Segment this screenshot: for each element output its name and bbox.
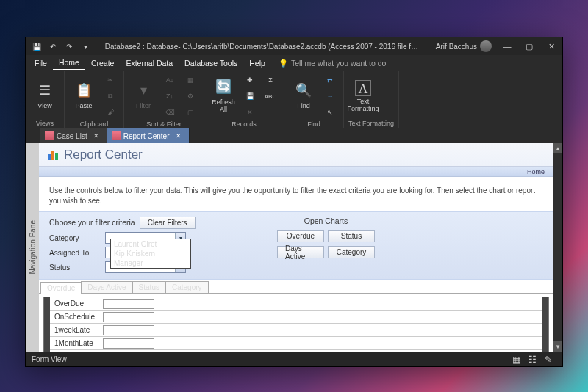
- paste-button[interactable]: 📋 Paste: [69, 76, 98, 117]
- chart-logo-icon: [48, 150, 58, 160]
- grid-scrollbar[interactable]: [542, 297, 548, 352]
- close-button[interactable]: ✕: [540, 37, 562, 55]
- record-selector[interactable]: [44, 297, 50, 352]
- spelling-button[interactable]: ABC: [262, 89, 279, 104]
- user-area[interactable]: Arif Bacchus: [431, 40, 496, 52]
- document-tabs: Case List ✕ Report Center ✕: [26, 128, 562, 143]
- menubar: File Home Create External Data Database …: [26, 55, 562, 71]
- sort-desc-button: Z↓: [161, 89, 179, 104]
- undo-icon[interactable]: ↶: [46, 43, 60, 51]
- form-icon: [45, 131, 54, 140]
- dropdown-option[interactable]: Kip Kniskern: [111, 249, 190, 258]
- menu-external-data[interactable]: External Data: [120, 57, 179, 70]
- toggle-icon: ▢: [187, 109, 194, 116]
- chart-category-button[interactable]: Category: [328, 246, 375, 258]
- view-button[interactable]: ☰ View: [30, 76, 60, 117]
- form-icon: [112, 131, 121, 140]
- navigation-pane-collapsed[interactable]: Navigation Pane: [26, 143, 39, 352]
- ribbon: ☰ View Views 📋 Paste ✂ ⧉ 🖌 Clipboard: [26, 71, 562, 128]
- form-view-icon[interactable]: ▦: [508, 355, 524, 365]
- view-mode-label: Form View: [32, 355, 67, 363]
- value-cell[interactable]: [103, 325, 154, 335]
- open-charts-label: Open Charts: [277, 217, 375, 227]
- menu-help[interactable]: Help: [243, 57, 271, 70]
- chart-status-button[interactable]: Status: [328, 230, 375, 242]
- copy-button: ⧉: [101, 89, 119, 104]
- qat-dropdown-icon[interactable]: ▾: [79, 43, 92, 51]
- tell-me-search[interactable]: 💡 Tell me what you want to do: [271, 59, 562, 68]
- scroll-up-icon[interactable]: ▲: [553, 143, 562, 153]
- text-formatting-button[interactable]: A Text Formatting: [348, 76, 378, 117]
- refresh-icon: 🔄: [215, 79, 232, 97]
- replace-icon: ⇄: [327, 76, 333, 84]
- brush-icon: 🖌: [107, 109, 114, 116]
- content-area: Navigation Pane Report Center Home Use t…: [26, 143, 562, 352]
- table-row: 1MonthLate: [50, 337, 542, 350]
- ribbon-group-records: 🔄 Refresh All ✚ 💾 ✕ Σ ABC ⋯ Records: [204, 71, 284, 128]
- tab-label: Report Center: [123, 132, 170, 140]
- value-cell[interactable]: [103, 299, 154, 309]
- goto-icon: →: [327, 92, 334, 100]
- selection-icon: ▦: [187, 76, 194, 84]
- close-icon[interactable]: ✕: [93, 132, 99, 139]
- report-tab-category[interactable]: Category: [165, 281, 209, 293]
- scroll-down-icon[interactable]: ▼: [553, 341, 562, 352]
- save-record-button[interactable]: 💾: [241, 89, 259, 104]
- delete-icon: ✕: [247, 109, 253, 116]
- report-center-form: Report Center Home Use the controls belo…: [39, 143, 553, 352]
- find-button[interactable]: 🔍 Find: [289, 76, 318, 117]
- user-name: Arif Bacchus: [436, 43, 477, 51]
- refresh-all-button[interactable]: 🔄 Refresh All: [209, 76, 238, 117]
- close-icon[interactable]: ✕: [176, 132, 182, 139]
- text-a-icon: A: [355, 80, 371, 96]
- titlebar: 💾 ↶ ↷ ▾ Database2 : Database- C:\Users\a…: [26, 37, 562, 55]
- menu-database-tools[interactable]: Database Tools: [179, 57, 243, 70]
- toggle-filter-button: ▢: [182, 105, 199, 120]
- goto-button[interactable]: →: [321, 89, 339, 104]
- menu-create[interactable]: Create: [85, 57, 121, 70]
- dropdown-option[interactable]: Laurent Giret: [111, 239, 190, 249]
- save-icon[interactable]: 💾: [30, 43, 43, 51]
- design-view-icon[interactable]: ✎: [540, 355, 556, 365]
- replace-button[interactable]: ⇄: [321, 73, 339, 87]
- scroll-track[interactable]: [553, 153, 562, 341]
- form-title: Report Center: [64, 148, 143, 162]
- sigma-icon: Σ: [268, 76, 273, 84]
- tab-label: Case List: [57, 132, 87, 140]
- tab-case-list[interactable]: Case List ✕: [40, 128, 107, 143]
- layout-view-icon[interactable]: ☷: [524, 355, 540, 365]
- tab-report-center[interactable]: Report Center ✕: [107, 128, 190, 143]
- value-cell[interactable]: [103, 338, 154, 349]
- sort-desc-icon: Z↓: [166, 92, 173, 100]
- avatar: [480, 40, 492, 52]
- navigation-pane-label: Navigation Pane: [29, 220, 37, 274]
- report-tab-status[interactable]: Status: [132, 281, 166, 293]
- group-label-sortfilter: Sort & Filter: [129, 120, 199, 128]
- redo-icon[interactable]: ↷: [62, 43, 76, 51]
- dropdown-option[interactable]: Manager: [111, 258, 190, 268]
- format-painter-button: 🖌: [101, 105, 119, 120]
- form-header: Report Center: [39, 143, 553, 167]
- remove-sort-icon: ⌫: [165, 109, 175, 116]
- maximize-button[interactable]: ▢: [518, 37, 540, 55]
- chart-overdue-button[interactable]: Overdue: [277, 230, 324, 242]
- group-label-clipboard: Clipboard: [69, 120, 119, 128]
- value-cell[interactable]: [103, 312, 154, 322]
- clear-filters-button[interactable]: Clear Filters: [140, 217, 196, 229]
- minimize-button[interactable]: —: [496, 37, 518, 55]
- more-records-button[interactable]: ⋯: [262, 105, 279, 120]
- group-label-find: Find: [289, 120, 339, 128]
- chart-days-active-button[interactable]: Days Active: [277, 246, 324, 258]
- report-tab-days-active[interactable]: Days Active: [81, 281, 132, 293]
- home-link[interactable]: Home: [527, 168, 545, 175]
- menu-home[interactable]: Home: [53, 56, 85, 70]
- select-button[interactable]: ↖: [321, 105, 339, 120]
- report-tab-overdue[interactable]: Overdue: [40, 282, 82, 294]
- vertical-scrollbar[interactable]: ▲ ▼: [553, 143, 562, 352]
- filters-panel: Choose your filter criteria Clear Filter…: [39, 211, 553, 280]
- remove-sort-button: ⌫: [161, 105, 179, 120]
- new-record-button[interactable]: ✚: [241, 73, 259, 87]
- selection-filter-button: ▦: [182, 73, 199, 87]
- totals-button[interactable]: Σ: [262, 73, 279, 87]
- menu-file[interactable]: File: [29, 57, 53, 70]
